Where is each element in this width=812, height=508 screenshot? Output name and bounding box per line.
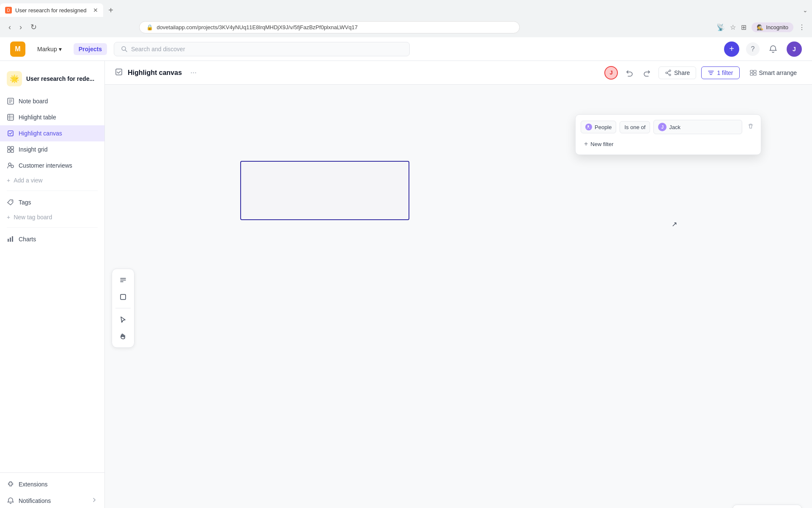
filter-delete-button[interactable] bbox=[746, 121, 756, 133]
tab-favicon: D bbox=[5, 7, 12, 14]
smart-arrange-button[interactable]: Smart arrange bbox=[745, 67, 802, 79]
tags-icon bbox=[7, 199, 14, 206]
highlight-canvas-label: Highlight canvas bbox=[19, 130, 62, 137]
tab-close-button[interactable]: ✕ bbox=[93, 7, 98, 14]
markup-button[interactable]: Markup ▾ bbox=[32, 43, 67, 55]
bell-icon bbox=[769, 45, 777, 53]
new-tag-board-button[interactable]: + New tag board bbox=[0, 210, 104, 224]
insight-grid-icon bbox=[7, 146, 14, 153]
incognito-button[interactable]: 🕵 Incognito bbox=[752, 22, 793, 32]
svg-line-24 bbox=[667, 71, 669, 72]
svg-point-23 bbox=[669, 74, 671, 76]
sidebar-item-extensions[interactable]: Extensions bbox=[0, 476, 104, 492]
projects-button[interactable]: Projects bbox=[74, 43, 107, 55]
filter-user-name: Jack bbox=[669, 124, 680, 130]
charts-label: Charts bbox=[19, 236, 36, 243]
back-button[interactable]: ‹ bbox=[7, 21, 13, 33]
lock-icon: 🔒 bbox=[146, 24, 153, 30]
filter-people-tag[interactable]: People bbox=[581, 121, 616, 133]
filter-dropdown: People Is one of J Jack + New filter bbox=[575, 114, 761, 155]
note-board-icon bbox=[7, 97, 14, 105]
customer-interviews-label: Customer interviews bbox=[19, 162, 72, 169]
sidebar-item-highlight-table[interactable]: Highlight table bbox=[0, 109, 104, 125]
svg-rect-12 bbox=[8, 150, 10, 152]
notifications-icon bbox=[7, 497, 14, 505]
sidebar-project: 🌟 User research for rede... bbox=[0, 68, 104, 93]
bookmark-icon[interactable]: ☆ bbox=[730, 23, 736, 31]
sidebar: 🌟 User research for rede... Note board H… bbox=[0, 61, 105, 508]
filter-operator[interactable]: Is one of bbox=[620, 121, 650, 133]
add-view-label: Add a view bbox=[14, 177, 42, 184]
add-button[interactable]: + bbox=[724, 41, 739, 57]
text-tool-icon bbox=[119, 276, 127, 284]
help-button[interactable]: ? bbox=[746, 42, 760, 56]
filter-user-avatar: J bbox=[658, 123, 667, 131]
new-tab-button[interactable]: + bbox=[103, 3, 118, 17]
filter-button[interactable]: 1 filter bbox=[701, 66, 739, 79]
canvas-card[interactable] bbox=[240, 161, 409, 220]
refresh-button[interactable]: ↻ bbox=[29, 21, 38, 33]
sidebar-item-customer-interviews[interactable]: Customer interviews bbox=[0, 157, 104, 174]
tags-label: Tags bbox=[19, 199, 31, 206]
svg-point-16 bbox=[11, 201, 12, 202]
select-tool-button[interactable] bbox=[115, 312, 131, 327]
sidebar-item-insight-grid[interactable]: Insight grid bbox=[0, 141, 104, 157]
search-bar[interactable]: Search and discover bbox=[114, 42, 410, 56]
sidebar-item-note-board[interactable]: Note board bbox=[0, 93, 104, 109]
svg-point-15 bbox=[11, 165, 14, 168]
svg-rect-26 bbox=[750, 70, 753, 72]
smart-arrange-icon bbox=[750, 69, 757, 76]
incognito-label: Incognito bbox=[766, 24, 788, 30]
toolbar-separator bbox=[115, 308, 131, 309]
hand-tool-icon bbox=[119, 333, 127, 340]
filter-operator-label: Is one of bbox=[624, 124, 645, 130]
brand-button[interactable]: M bbox=[10, 41, 25, 57]
sidebar-divider-1 bbox=[7, 190, 98, 191]
svg-rect-18 bbox=[10, 237, 11, 242]
active-tab[interactable]: D User research for redesigned ✕ bbox=[0, 3, 103, 17]
cast-icon[interactable]: 📡 bbox=[716, 23, 725, 31]
project-name: User research for rede... bbox=[26, 75, 94, 82]
sidebar-item-notifications[interactable]: Notifications bbox=[0, 492, 104, 508]
sidebar-bottom: Extensions Notifications Settings bbox=[0, 472, 104, 508]
text-tool-button[interactable] bbox=[115, 273, 131, 288]
undo-button[interactable] bbox=[623, 66, 636, 79]
add-view-plus-icon: + bbox=[7, 177, 10, 184]
tab-collapse-button[interactable]: ⌄ bbox=[798, 7, 812, 14]
add-view-button[interactable]: + Add a view bbox=[0, 174, 104, 187]
menu-icon[interactable]: ⋮ bbox=[798, 23, 805, 31]
url-bar[interactable]: 🔒 dovetailapp.com/projects/3KV4yNUq11E8l… bbox=[139, 21, 520, 33]
svg-rect-11 bbox=[11, 146, 14, 149]
charts-icon bbox=[7, 235, 14, 243]
canvas-area[interactable]: People Is one of J Jack + New filter bbox=[105, 85, 812, 508]
filter-value[interactable]: J Jack bbox=[653, 120, 742, 134]
svg-point-14 bbox=[8, 163, 11, 166]
search-placeholder: Search and discover bbox=[131, 46, 185, 52]
user-avatar[interactable]: J bbox=[787, 41, 802, 57]
extension-icon[interactable]: ⊞ bbox=[741, 23, 746, 31]
redo-button[interactable] bbox=[641, 66, 653, 79]
svg-line-25 bbox=[667, 73, 669, 75]
sidebar-views-section: Note board Highlight table Highlight can… bbox=[0, 93, 104, 174]
more-options-button[interactable]: ··· bbox=[187, 66, 200, 79]
filter-people-label: People bbox=[595, 124, 612, 130]
svg-rect-17 bbox=[8, 239, 9, 242]
hand-tool-button[interactable] bbox=[115, 329, 131, 344]
page-title: Highlight canvas bbox=[128, 69, 182, 77]
forward-button[interactable]: › bbox=[18, 21, 24, 33]
share-button[interactable]: Share bbox=[658, 66, 696, 79]
extensions-icon bbox=[7, 480, 14, 488]
svg-rect-29 bbox=[754, 73, 756, 75]
sidebar-item-tags[interactable]: Tags bbox=[0, 194, 104, 210]
notification-bell-button[interactable] bbox=[766, 42, 780, 56]
note-board-label: Note board bbox=[19, 98, 48, 105]
new-tag-board-label: New tag board bbox=[14, 214, 52, 221]
new-filter-button[interactable]: + New filter bbox=[581, 138, 617, 149]
highlight-table-icon bbox=[7, 113, 14, 121]
svg-rect-34 bbox=[121, 295, 126, 300]
sidebar-item-charts[interactable]: Charts bbox=[0, 231, 104, 247]
current-user-badge[interactable]: J bbox=[604, 66, 618, 80]
canvas-toolbar bbox=[112, 269, 134, 348]
sidebar-item-highlight-canvas[interactable]: Highlight canvas bbox=[0, 125, 104, 141]
shape-tool-button[interactable] bbox=[115, 290, 131, 305]
